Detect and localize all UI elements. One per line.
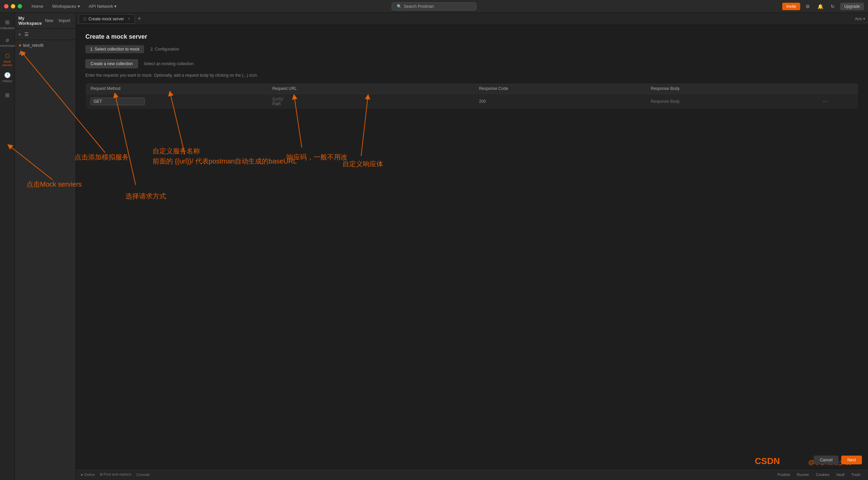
sidebar-item-label: Collections <box>0 26 15 30</box>
close-button[interactable] <box>4 4 8 8</box>
sidebar-items: test_retrofit Api <box>15 40 76 480</box>
new-button[interactable]: New <box>43 18 55 24</box>
trash-btn[interactable]: Trash <box>848 472 863 478</box>
notifications-icon[interactable]: 🔔 <box>815 3 825 10</box>
list-item[interactable]: Api <box>15 50 76 58</box>
apis-label: Apis ▾ <box>855 17 865 21</box>
search-icon: 🔍 <box>397 4 402 9</box>
method-cell[interactable]: GET POST PUT DELETE <box>86 94 268 109</box>
workspace-name: My Workspace <box>18 16 43 26</box>
collections-icon: ⊞ <box>5 19 9 25</box>
url-prefix: {{url}}/ <box>272 97 283 101</box>
select-existing-collection-tab[interactable]: Select an existing collection <box>139 59 199 68</box>
tab-close-icon[interactable]: ✕ <box>127 17 131 21</box>
tab-label: Create mock server <box>88 17 124 21</box>
import-button[interactable]: Import <box>57 18 72 24</box>
mock-server-content: Create a mock server 1. Select collectio… <box>76 25 868 468</box>
home-nav-btn[interactable]: Home <box>29 3 46 10</box>
sidebar-actions: New Import <box>43 18 72 24</box>
main-layout: ⊞ Collections ⌀ Environments ⬡ Mock serv… <box>0 13 868 480</box>
collection-tabs: Create a new collection Select an existi… <box>85 59 859 68</box>
sidebar-item-collections[interactable]: ⊞ Collections <box>1 16 14 33</box>
steps-nav: 1. Select collection to mock 2. Configur… <box>85 45 859 53</box>
create-new-collection-tab[interactable]: Create a new collection <box>85 59 138 68</box>
online-status: ● Online <box>81 473 95 477</box>
tab-create-mock-server[interactable]: ⬡ Create mock server ✕ <box>79 14 135 24</box>
dot-indicator <box>19 44 21 46</box>
footer: ● Online ⊞ Find and replace Console Post… <box>76 468 868 480</box>
col-header-url: Request URL <box>268 83 474 94</box>
sidebar-item-more[interactable]: ⊞ <box>1 87 14 103</box>
step1-button[interactable]: 1. Select collection to mock <box>85 45 144 53</box>
item-label: test_retrofit <box>23 43 43 48</box>
sidebar-item-label: History <box>2 79 12 83</box>
titlebar: Home Workspaces ▾ API Network ▾ 🔍 Search… <box>0 0 868 13</box>
mock-servers-icon: ⬡ <box>5 53 10 59</box>
add-tab-button[interactable]: + <box>136 15 143 22</box>
mock-server-title: Create a mock server <box>85 33 859 40</box>
col-header-response-code: Response Code <box>474 83 646 94</box>
mock-description: Enter the requests you want to mock. Opt… <box>85 73 859 78</box>
footer-right: Postbot Runner Cookies Vault Trash <box>775 472 863 478</box>
cookies-btn[interactable]: Cookies <box>813 472 832 478</box>
next-button[interactable]: Next <box>841 456 862 464</box>
sidebar-item-environments[interactable]: ⌀ Environments <box>1 34 14 50</box>
history-icon: 🕐 <box>4 72 11 78</box>
minimize-button[interactable] <box>11 4 15 8</box>
maximize-button[interactable] <box>18 4 22 8</box>
upgrade-button[interactable]: Upgrade <box>840 3 864 10</box>
postbot-btn[interactable]: Postbot <box>775 472 793 478</box>
sidebar-icons: ⊞ Collections ⌀ Environments ⬡ Mock serv… <box>0 13 15 480</box>
item-label: Api <box>19 51 25 56</box>
invite-button[interactable]: Invite <box>782 3 800 10</box>
sidebar-item-label: Mock servers <box>1 60 14 67</box>
more-icon: ⊞ <box>5 92 9 98</box>
workspaces-nav-btn[interactable]: Workspaces ▾ <box>50 3 83 10</box>
response-body-cell[interactable] <box>646 94 818 109</box>
sidebar-item-label: Environments <box>0 44 17 47</box>
col-header-response-body: Response Body <box>646 83 818 94</box>
more-actions-button[interactable]: ··· <box>823 98 827 104</box>
sync-icon[interactable]: ↻ <box>829 3 837 10</box>
environments-icon: ⌀ <box>6 37 9 43</box>
filter-toolbar-btn[interactable]: ☰ <box>24 31 29 38</box>
search-placeholder: Search Postman <box>404 4 434 9</box>
search-bar[interactable]: 🔍 Search Postman <box>392 2 476 11</box>
url-input[interactable] <box>272 101 469 106</box>
sidebar-header: My Workspace New Import <box>15 13 76 29</box>
api-network-nav-btn[interactable]: API Network ▾ <box>86 3 120 10</box>
sidebar-toolbar: + ☰ <box>15 29 76 40</box>
titlebar-nav: Home Workspaces ▾ API Network ▾ <box>29 3 119 10</box>
runner-btn[interactable]: Runner <box>794 472 812 478</box>
console-btn[interactable]: Console <box>136 473 150 477</box>
table-row: GET POST PUT DELETE {{url}}/ <box>86 94 859 109</box>
find-replace-btn[interactable]: ⊞ Find and replace <box>100 472 132 477</box>
method-select[interactable]: GET POST PUT DELETE <box>91 98 145 105</box>
mock-requests-table: Request Method Request URL Response Code… <box>85 83 859 109</box>
settings-icon[interactable]: ⚙ <box>804 3 812 10</box>
footer-left: ● Online ⊞ Find and replace Console <box>81 472 150 477</box>
sidebar-panel: My Workspace New Import + ☰ test_retrofi… <box>15 13 76 480</box>
content-area: ⬡ Create mock server ✕ + Apis ▾ Create a… <box>76 13 868 480</box>
response-code-input[interactable] <box>479 99 642 104</box>
actions-cell: ··· <box>818 94 858 109</box>
tab-icon: ⬡ <box>83 17 86 21</box>
right-panel-controls: Apis ▾ <box>855 17 865 21</box>
col-header-method: Request Method <box>86 83 268 94</box>
tabs-bar: ⬡ Create mock server ✕ + Apis ▾ <box>76 13 868 25</box>
titlebar-right: Invite ⚙ 🔔 ↻ Upgrade <box>782 3 864 10</box>
url-cell[interactable]: {{url}}/ <box>268 94 474 109</box>
response-body-input[interactable] <box>651 99 813 104</box>
sidebar-item-history[interactable]: 🕐 History <box>1 69 14 85</box>
cancel-button[interactable]: Cancel <box>814 456 839 464</box>
col-header-actions <box>818 83 858 94</box>
sidebar-item-mock-servers[interactable]: ⬡ Mock servers <box>1 52 14 68</box>
list-item[interactable]: test_retrofit <box>15 41 76 50</box>
window-controls <box>4 4 22 8</box>
add-toolbar-btn[interactable]: + <box>18 31 22 38</box>
response-code-cell[interactable] <box>474 94 646 109</box>
vault-btn[interactable]: Vault <box>833 472 847 478</box>
step2-button[interactable]: 2. Configuration <box>145 45 184 53</box>
